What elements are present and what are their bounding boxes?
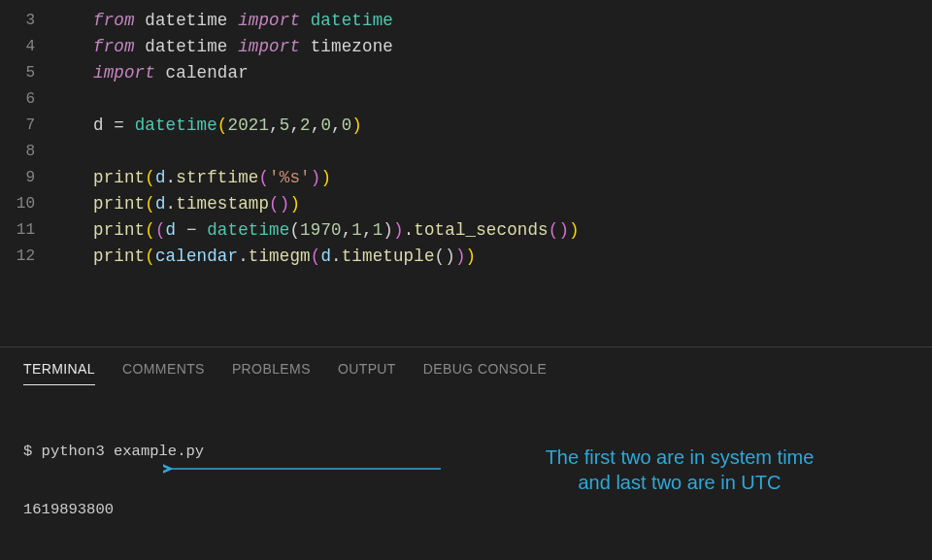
code-content[interactable]: from datetime import timezone bbox=[62, 34, 393, 60]
line-number: 4 bbox=[0, 34, 62, 60]
panel-tab-problems[interactable]: PROBLEMS bbox=[232, 361, 311, 385]
line-number: 8 bbox=[0, 139, 62, 165]
line-number: 10 bbox=[0, 191, 62, 217]
line-number: 5 bbox=[0, 60, 62, 86]
panel-tab-debug-console[interactable]: DEBUG CONSOLE bbox=[423, 361, 547, 385]
line-number: 3 bbox=[0, 8, 62, 34]
code-line[interactable]: 3from datetime import datetime bbox=[0, 8, 932, 34]
panel-tab-comments[interactable]: COMMENTS bbox=[122, 361, 205, 385]
code-line[interactable]: 6 bbox=[0, 86, 932, 113]
panel-tab-terminal[interactable]: TERMINAL bbox=[23, 361, 95, 385]
terminal-output-line: 1619893800 bbox=[23, 500, 909, 519]
code-line[interactable]: 4from datetime import timezone bbox=[0, 34, 932, 60]
code-line[interactable]: 11print((d − datetime(1970,1,1)).total_s… bbox=[0, 217, 932, 244]
code-content[interactable]: d = datetime(2021,5,2,0,0) bbox=[62, 113, 362, 139]
line-number: 12 bbox=[0, 244, 62, 270]
annotation-text: The first two are in system time and las… bbox=[456, 445, 903, 495]
code-line[interactable]: 12print(calendar.timegm(d.timetuple())) bbox=[0, 244, 932, 270]
code-content[interactable]: print(calendar.timegm(d.timetuple())) bbox=[62, 244, 476, 270]
panel-tab-bar: TERMINALCOMMENTSPROBLEMSOUTPUTDEBUG CONS… bbox=[0, 347, 932, 385]
code-content[interactable]: from datetime import datetime bbox=[62, 8, 393, 34]
line-number: 9 bbox=[0, 165, 62, 191]
code-line[interactable]: 7d = datetime(2021,5,2,0,0) bbox=[0, 113, 932, 139]
code-line[interactable]: 5import calendar bbox=[0, 60, 932, 86]
code-line[interactable]: 9print(d.strftime('%s')) bbox=[0, 165, 932, 191]
code-content[interactable]: print((d − datetime(1970,1,1)).total_sec… bbox=[62, 217, 580, 244]
code-line[interactable]: 10print(d.timestamp()) bbox=[0, 191, 932, 217]
line-number: 6 bbox=[0, 86, 62, 113]
line-number: 7 bbox=[0, 113, 62, 139]
line-number: 11 bbox=[0, 217, 62, 244]
code-line[interactable]: 8 bbox=[0, 139, 932, 165]
code-editor[interactable]: 3from datetime import datetime4from date… bbox=[0, 0, 932, 270]
code-content[interactable]: import calendar bbox=[62, 60, 249, 86]
code-content[interactable]: print(d.timestamp()) bbox=[62, 191, 300, 217]
panel-tab-output[interactable]: OUTPUT bbox=[338, 361, 396, 385]
code-content[interactable]: print(d.strftime('%s')) bbox=[62, 165, 331, 191]
